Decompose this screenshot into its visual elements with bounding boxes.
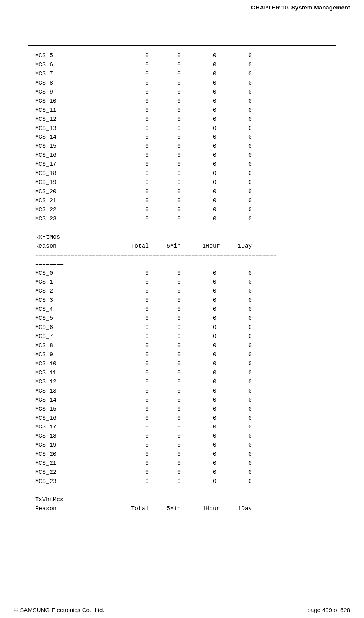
header-rule [14,14,350,14]
chapter-title: CHAPTER 10. System Management [251,4,350,11]
page-number: page 499 of 628 [308,607,350,613]
terminal-output: MCS_5 0 0 0 0 MCS_6 0 0 0 0 MCS_7 0 0 0 … [28,45,336,520]
copyright: © SAMSUNG Electronics Co., Ltd. [14,607,104,613]
footer-rule [14,604,350,604]
page-header: CHAPTER 10. System Management [251,4,350,11]
